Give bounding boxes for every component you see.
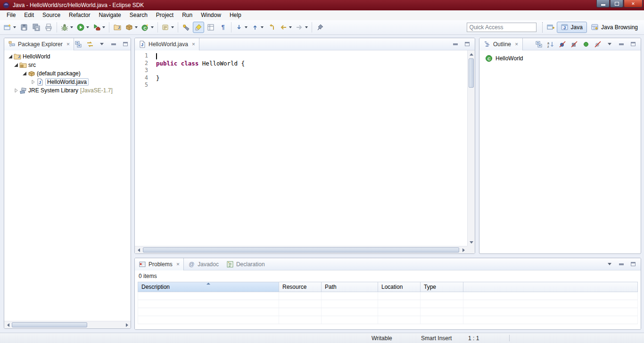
run-external-tools-dropdown-arrow[interactable] bbox=[102, 26, 105, 28]
column-header-type[interactable]: Type bbox=[421, 282, 463, 292]
hide-fields-icon[interactable] bbox=[558, 40, 567, 49]
show-public-members-icon[interactable] bbox=[582, 40, 590, 49]
previous-annotation-dropdown-arrow[interactable] bbox=[261, 26, 264, 28]
maximize-view-icon[interactable] bbox=[121, 40, 130, 49]
new-class-button[interactable]: C bbox=[140, 22, 155, 33]
show-whitespace-button[interactable]: ¶ bbox=[217, 22, 229, 33]
perspective-java-button[interactable]: J Java bbox=[557, 22, 587, 33]
last-edit-location-button[interactable] bbox=[266, 22, 277, 33]
editor-vscrollbar[interactable] bbox=[467, 50, 475, 246]
tab-editor-helloworld[interactable]: J HelloWorld.java ✕ bbox=[135, 38, 199, 50]
menu-source[interactable]: Source bbox=[38, 11, 65, 20]
show-source-button[interactable] bbox=[205, 22, 216, 33]
new-package-button[interactable] bbox=[124, 22, 139, 33]
menu-edit[interactable]: Edit bbox=[20, 11, 38, 20]
scroll-right-arrow[interactable] bbox=[460, 246, 467, 254]
open-perspective-button[interactable] bbox=[545, 22, 556, 33]
close-window-button[interactable]: ✕ bbox=[624, 0, 643, 8]
open-task-button[interactable] bbox=[160, 22, 175, 33]
menu-navigate[interactable]: Navigate bbox=[94, 11, 125, 20]
save-button[interactable] bbox=[18, 22, 30, 33]
collapsed-twisty-icon[interactable] bbox=[30, 79, 36, 85]
minimize-view-icon[interactable] bbox=[617, 260, 626, 269]
forward-dropdown-arrow[interactable] bbox=[305, 26, 308, 28]
tree-item-java-file[interactable]: J HelloWorld.java bbox=[4, 78, 131, 86]
minimize-view-icon[interactable] bbox=[617, 40, 626, 49]
menu-help[interactable]: Help bbox=[225, 11, 246, 20]
code-editor[interactable]: 1 2 3 4 5 public class HelloWorld { } bbox=[135, 50, 475, 253]
line-number-gutter[interactable]: 1 2 3 4 5 bbox=[135, 50, 153, 246]
pin-editor-button[interactable] bbox=[314, 22, 326, 33]
hscrollbar-thumb[interactable] bbox=[143, 247, 459, 253]
quick-access-input[interactable] bbox=[467, 23, 537, 32]
back-button[interactable] bbox=[278, 22, 293, 33]
scroll-down-arrow[interactable] bbox=[468, 238, 475, 246]
tree-item-project[interactable]: J HelloWorld bbox=[4, 52, 131, 61]
close-tab-icon[interactable]: ✕ bbox=[176, 262, 180, 267]
hscrollbar-thumb[interactable] bbox=[12, 322, 87, 327]
expanded-twisty-icon[interactable] bbox=[13, 62, 19, 68]
open-task-dropdown-arrow[interactable] bbox=[171, 26, 174, 28]
new-package-dropdown-arrow[interactable] bbox=[135, 26, 138, 28]
new-wizard-dropdown-arrow[interactable] bbox=[13, 26, 16, 28]
column-header-location[interactable]: Location bbox=[378, 282, 421, 292]
debug-dropdown-arrow[interactable] bbox=[70, 26, 73, 28]
menu-refactor[interactable]: Refactor bbox=[65, 11, 94, 20]
package-explorer-tree[interactable]: J HelloWorld src (default package) J Hel… bbox=[4, 50, 131, 328]
tree-item-default-package[interactable]: (default package) bbox=[4, 69, 131, 78]
maximize-view-icon[interactable] bbox=[463, 40, 471, 49]
code-area[interactable]: public class HelloWorld { } bbox=[156, 50, 467, 89]
tree-item-jre-library[interactable]: JRE System Library [JavaSE-1.7] bbox=[4, 86, 131, 95]
minimize-view-icon[interactable] bbox=[109, 40, 118, 49]
link-with-editor-icon[interactable] bbox=[86, 40, 94, 49]
tab-declaration[interactable]: Declaration bbox=[223, 258, 269, 270]
tab-package-explorer[interactable]: Package Explorer ✕ bbox=[4, 38, 74, 50]
collapse-all-icon[interactable] bbox=[535, 40, 543, 49]
outline-item-helloworld[interactable]: C HelloWorld bbox=[485, 54, 641, 63]
outline-tree[interactable]: C HelloWorld bbox=[479, 50, 641, 253]
java-search-button[interactable] bbox=[181, 22, 192, 33]
menu-file[interactable]: File bbox=[2, 11, 20, 20]
menu-run[interactable]: Run bbox=[178, 11, 197, 20]
tab-problems[interactable]: Problems ✕ bbox=[135, 258, 184, 270]
maximize-window-button[interactable] bbox=[610, 0, 623, 8]
scroll-left-arrow[interactable] bbox=[135, 246, 142, 254]
view-menu-icon[interactable] bbox=[605, 40, 614, 49]
new-wizard-button[interactable] bbox=[2, 22, 17, 33]
view-menu-icon[interactable] bbox=[605, 260, 614, 269]
minimize-view-icon[interactable] bbox=[451, 40, 460, 49]
debug-button[interactable] bbox=[59, 22, 74, 33]
hide-local-types-icon[interactable] bbox=[594, 40, 602, 49]
collapse-all-icon[interactable] bbox=[74, 40, 83, 49]
expanded-twisty-icon[interactable] bbox=[21, 71, 27, 77]
run-external-tools-button[interactable] bbox=[91, 22, 107, 33]
collapsed-twisty-icon[interactable] bbox=[13, 88, 19, 94]
tab-outline[interactable]: Outline ✕ bbox=[479, 38, 523, 50]
scroll-right-arrow[interactable] bbox=[123, 321, 131, 329]
forward-button[interactable] bbox=[294, 22, 309, 33]
close-tab-icon[interactable]: ✕ bbox=[192, 42, 196, 47]
next-annotation-button[interactable] bbox=[234, 22, 249, 33]
perspective-java-browsing-button[interactable]: Java Browsing bbox=[587, 22, 642, 33]
new-java-project-button[interactable]: J bbox=[112, 22, 123, 33]
run-button[interactable] bbox=[75, 22, 91, 33]
sort-icon[interactable]: az bbox=[546, 40, 555, 49]
save-all-button[interactable] bbox=[31, 22, 42, 33]
column-header-resource[interactable]: Resource bbox=[279, 282, 322, 292]
menu-window[interactable]: Window bbox=[197, 11, 225, 20]
column-header-description[interactable]: Description bbox=[138, 282, 279, 292]
next-annotation-dropdown-arrow[interactable] bbox=[245, 26, 248, 28]
mark-occurrences-button[interactable] bbox=[193, 22, 204, 33]
new-class-dropdown-arrow[interactable] bbox=[151, 26, 154, 28]
print-button[interactable] bbox=[43, 22, 54, 33]
run-dropdown-arrow[interactable] bbox=[86, 26, 89, 28]
vscrollbar-thumb[interactable] bbox=[469, 58, 474, 88]
package-explorer-hscrollbar[interactable] bbox=[4, 321, 131, 328]
maximize-view-icon[interactable] bbox=[629, 40, 637, 49]
hide-static-members-icon[interactable] bbox=[570, 40, 578, 49]
scroll-up-arrow[interactable] bbox=[468, 50, 475, 58]
close-tab-icon[interactable]: ✕ bbox=[66, 42, 70, 47]
tab-javadoc[interactable]: @ Javadoc bbox=[184, 258, 223, 270]
expanded-twisty-icon[interactable] bbox=[7, 54, 13, 60]
maximize-view-icon[interactable] bbox=[629, 260, 637, 269]
